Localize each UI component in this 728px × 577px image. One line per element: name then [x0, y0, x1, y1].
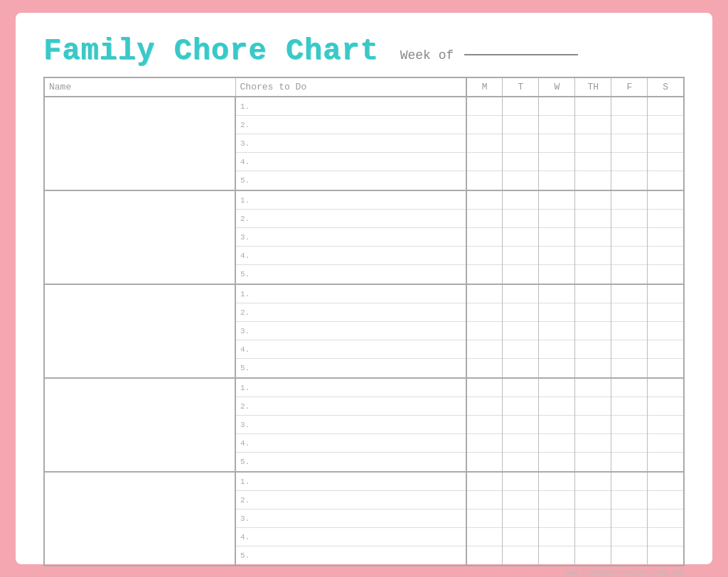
check-box-2-3-0[interactable]: [575, 285, 611, 303]
chores-cell-0[interactable]: 1.2.3.4.5.: [235, 97, 466, 190]
chore-line-3-3[interactable]: 4.: [236, 434, 466, 453]
check-box-1-1-4[interactable]: [503, 265, 538, 284]
check-box-2-0-2[interactable]: [467, 322, 503, 340]
check-box-3-2-0[interactable]: [539, 379, 574, 397]
chore-line-2-2[interactable]: 3.: [236, 322, 466, 340]
check-box-0-5-4[interactable]: [648, 171, 683, 190]
chore-line-4-3[interactable]: 4.: [236, 528, 466, 546]
chore-line-2-4[interactable]: 5.: [236, 359, 466, 377]
day-cell-2-3[interactable]: [575, 284, 611, 378]
check-box-2-4-2[interactable]: [611, 322, 647, 340]
day-cell-3-2[interactable]: [539, 378, 575, 472]
check-box-2-4-0[interactable]: [611, 285, 647, 303]
check-box-3-2-2[interactable]: [539, 416, 574, 434]
check-box-0-1-2[interactable]: [503, 134, 538, 153]
day-cell-1-3[interactable]: [575, 190, 611, 284]
check-box-0-2-0[interactable]: [539, 97, 574, 116]
chore-line-4-0[interactable]: 1.: [236, 473, 466, 491]
check-box-3-2-4[interactable]: [539, 453, 574, 471]
check-box-2-0-1[interactable]: [467, 303, 503, 322]
check-box-0-4-1[interactable]: [611, 116, 647, 134]
check-box-4-4-1[interactable]: [611, 491, 647, 509]
check-box-4-0-4[interactable]: [467, 546, 503, 565]
check-box-1-3-1[interactable]: [575, 210, 611, 228]
check-box-2-1-3[interactable]: [503, 340, 538, 359]
day-cell-1-4[interactable]: [611, 190, 648, 284]
check-box-4-3-1[interactable]: [575, 491, 611, 509]
chores-cell-3[interactable]: 1.2.3.4.5.: [235, 378, 466, 472]
check-box-4-2-3[interactable]: [539, 528, 574, 546]
chore-line-3-1[interactable]: 2.: [236, 397, 466, 416]
check-box-2-2-2[interactable]: [539, 322, 574, 340]
check-box-1-4-3[interactable]: [611, 247, 647, 265]
check-box-1-2-2[interactable]: [539, 228, 574, 247]
check-box-2-0-3[interactable]: [467, 340, 503, 359]
check-box-2-3-2[interactable]: [575, 322, 611, 340]
chore-line-4-2[interactable]: 3.: [236, 509, 466, 528]
chores-cell-1[interactable]: 1.2.3.4.5.: [235, 190, 466, 284]
check-box-4-4-2[interactable]: [611, 509, 647, 528]
check-box-0-0-1[interactable]: [467, 116, 503, 134]
check-box-4-0-1[interactable]: [467, 491, 503, 509]
check-box-2-0-0[interactable]: [467, 285, 503, 303]
day-cell-2-5[interactable]: [648, 284, 684, 378]
day-cell-1-0[interactable]: [466, 190, 503, 284]
check-box-4-4-4[interactable]: [611, 546, 647, 565]
day-cell-3-1[interactable]: [503, 378, 539, 472]
check-box-4-5-1[interactable]: [648, 491, 683, 509]
day-cell-4-1[interactable]: [503, 472, 539, 566]
check-box-1-4-0[interactable]: [611, 191, 647, 210]
day-cell-2-1[interactable]: [503, 284, 539, 378]
check-box-2-2-4[interactable]: [539, 359, 574, 377]
chore-line-4-4[interactable]: 5.: [236, 546, 466, 565]
check-box-0-3-2[interactable]: [575, 134, 611, 153]
check-box-4-2-0[interactable]: [539, 473, 574, 491]
chore-line-1-0[interactable]: 1.: [236, 191, 466, 210]
day-cell-0-5[interactable]: [648, 97, 684, 190]
day-cell-0-1[interactable]: [503, 97, 539, 190]
day-cell-0-4[interactable]: [611, 97, 648, 190]
check-box-0-3-1[interactable]: [575, 116, 611, 134]
check-box-4-5-0[interactable]: [648, 473, 683, 491]
chores-cell-2[interactable]: 1.2.3.4.5.: [235, 284, 466, 378]
chore-line-3-4[interactable]: 5.: [236, 453, 466, 471]
check-box-0-3-4[interactable]: [575, 171, 611, 190]
check-box-1-1-1[interactable]: [503, 210, 538, 228]
check-box-1-3-4[interactable]: [575, 265, 611, 284]
chore-line-2-0[interactable]: 1.: [236, 285, 466, 303]
check-box-2-1-4[interactable]: [503, 359, 538, 377]
check-box-1-0-1[interactable]: [467, 210, 503, 228]
name-cell-2[interactable]: [44, 284, 235, 378]
check-box-1-3-2[interactable]: [575, 228, 611, 247]
day-cell-4-5[interactable]: [648, 472, 684, 566]
check-box-0-1-4[interactable]: [503, 171, 538, 190]
day-cell-4-4[interactable]: [611, 472, 648, 566]
day-cell-1-2[interactable]: [539, 190, 575, 284]
check-box-1-4-2[interactable]: [611, 228, 647, 247]
check-box-2-2-0[interactable]: [539, 285, 574, 303]
check-box-4-0-3[interactable]: [467, 528, 503, 546]
check-box-3-3-3[interactable]: [575, 434, 611, 453]
check-box-2-1-0[interactable]: [503, 285, 538, 303]
check-box-1-2-4[interactable]: [539, 265, 574, 284]
name-cell-4[interactable]: [44, 472, 235, 566]
check-box-3-5-0[interactable]: [648, 379, 683, 397]
day-cell-4-2[interactable]: [539, 472, 575, 566]
check-box-3-2-3[interactable]: [539, 434, 574, 453]
check-box-0-3-3[interactable]: [575, 153, 611, 171]
check-box-4-2-2[interactable]: [539, 509, 574, 528]
check-box-2-2-3[interactable]: [539, 340, 574, 359]
check-box-4-3-0[interactable]: [575, 473, 611, 491]
check-box-0-5-2[interactable]: [648, 134, 683, 153]
check-box-4-0-0[interactable]: [467, 473, 503, 491]
check-box-3-3-1[interactable]: [575, 397, 611, 416]
week-line[interactable]: [464, 54, 578, 55]
check-box-2-5-4[interactable]: [648, 359, 683, 377]
day-cell-3-0[interactable]: [466, 378, 503, 472]
check-box-4-3-3[interactable]: [575, 528, 611, 546]
check-box-3-0-0[interactable]: [467, 379, 503, 397]
check-box-3-1-2[interactable]: [503, 416, 538, 434]
chore-line-0-2[interactable]: 3.: [236, 134, 466, 153]
check-box-2-4-1[interactable]: [611, 303, 647, 322]
check-box-4-1-3[interactable]: [503, 528, 538, 546]
